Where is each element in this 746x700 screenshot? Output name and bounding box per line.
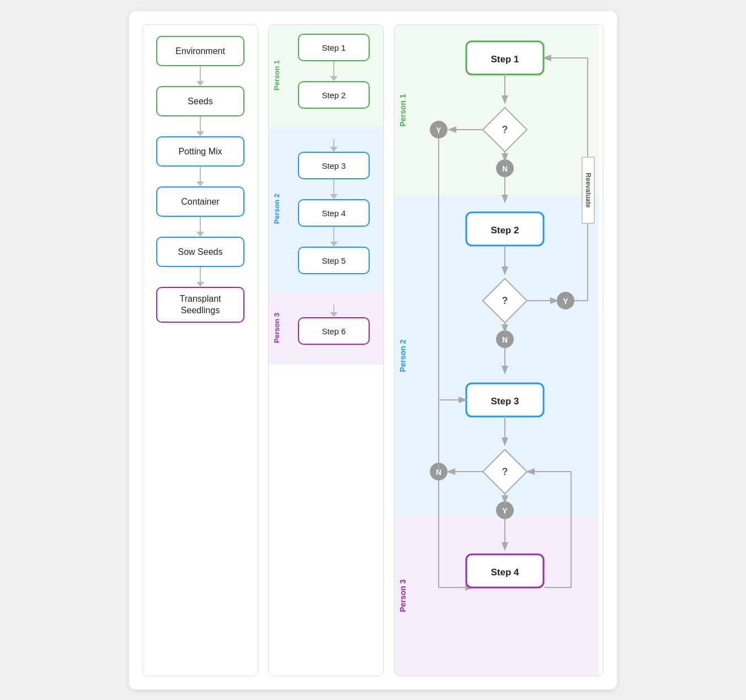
col3-step4-label: Step 4 — [491, 567, 519, 578]
arrow-line — [333, 140, 334, 147]
arrow-3 — [196, 167, 204, 186]
arrow-line — [333, 61, 334, 76]
arrow-head — [330, 242, 338, 247]
column-2-swimlanes: Person 1 Step 1 Step 2 Person 2 — [268, 24, 384, 676]
lane-content-person2: Step 3 Step 4 Step 5 — [284, 126, 383, 292]
box-sow-seeds: Sow Seeds — [156, 237, 244, 267]
lane-label-person1: Person 1 — [269, 25, 284, 126]
col3-person3-label: Person 3 — [398, 579, 407, 612]
arrow-head — [196, 131, 204, 136]
arrow-head — [330, 147, 338, 152]
arrow-head — [196, 232, 204, 237]
col3-person1-label: Person 1 — [398, 94, 407, 126]
col3-decision1-n-label: N — [502, 164, 508, 173]
arrow-line — [200, 267, 201, 282]
arrow-head — [196, 81, 204, 86]
col3-decision3-y-label: Y — [502, 506, 508, 515]
box-container: Container — [156, 186, 244, 217]
arrow-line — [200, 66, 201, 81]
cross-arrow — [330, 140, 338, 152]
col3-step1-label: Step 1 — [491, 54, 519, 65]
arrow-line — [200, 167, 201, 181]
col3-diamond3-label: ? — [502, 466, 508, 477]
arrow-5 — [196, 267, 204, 287]
column-1-flowchart: Environment Seeds Potting Mix Container — [142, 24, 258, 676]
col3-decision2-y-label: Y — [563, 297, 568, 306]
col3-person2-label: Person 2 — [398, 339, 407, 372]
arrow-line — [200, 116, 201, 131]
col3-step2-label: Step 2 — [491, 225, 519, 236]
arrow-line — [333, 227, 334, 242]
box-seeds: Seeds — [156, 86, 244, 116]
arrow-head — [196, 181, 204, 186]
complex-flowchart-svg: Person 1 Person 2 Person 3 Step 1 ? Y N — [395, 25, 599, 676]
lane-person1: Person 1 Step 1 Step 2 — [269, 25, 383, 126]
col3-step3-label: Step 3 — [491, 396, 519, 407]
diagram-container: Environment Seeds Potting Mix Container — [129, 11, 617, 690]
cross-arrow — [330, 305, 338, 317]
arrow-1 — [196, 66, 204, 86]
person3-bg — [395, 516, 599, 676]
arrow-line — [200, 217, 201, 232]
step6-box: Step 6 — [298, 317, 370, 345]
lane-person2: Person 2 Step 3 Step 4 — [269, 126, 383, 292]
arrow-2 — [196, 116, 204, 136]
col3-diamond2-label: ? — [502, 295, 508, 306]
col3-decision1-y-label: Y — [436, 126, 441, 135]
lane-label-person3: Person 3 — [269, 292, 284, 365]
arrow-line — [333, 305, 334, 312]
col3-reevaluate-label: Reevaluate — [584, 173, 592, 208]
arrow-step1-2 — [330, 61, 338, 81]
box-potting-mix: Potting Mix — [156, 136, 244, 167]
arrow-step3-4 — [330, 179, 338, 199]
arrow-line — [333, 179, 334, 194]
step3-box: Step 3 — [298, 152, 370, 179]
lane-content-person1: Step 1 Step 2 — [284, 25, 383, 126]
step2-box: Step 2 — [298, 81, 370, 109]
arrow-head — [330, 194, 338, 199]
box-transplant-seedlings: Transplant Seedlings — [156, 287, 244, 323]
column-3-complex: Person 1 Person 2 Person 3 Step 1 ? Y N — [394, 24, 604, 676]
arrow-head — [330, 76, 338, 81]
col3-diamond1-label: ? — [502, 124, 508, 135]
lane-label-person2: Person 2 — [269, 126, 284, 292]
lane-person3: Person 3 Step 6 — [269, 292, 383, 365]
step1-box: Step 1 — [298, 34, 370, 61]
step4-box: Step 4 — [298, 199, 370, 227]
arrow-head — [330, 312, 338, 317]
lane-content-person3: Step 6 — [284, 292, 383, 365]
arrow-head — [196, 282, 204, 287]
box-environment: Environment — [156, 36, 244, 66]
arrow-step4-5 — [330, 227, 338, 247]
col3-decision2-n-label: N — [502, 335, 508, 344]
arrow-4 — [196, 217, 204, 237]
step5-box: Step 5 — [298, 247, 370, 274]
